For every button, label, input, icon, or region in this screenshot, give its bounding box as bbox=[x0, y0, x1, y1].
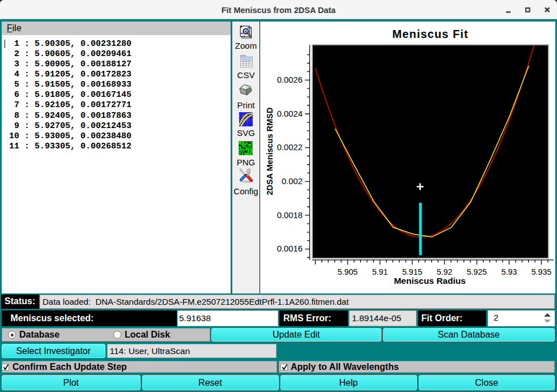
svg-text:5.935: 5.935 bbox=[532, 267, 552, 276]
svg-text:5.925: 5.925 bbox=[467, 267, 487, 276]
svg-text:5.91: 5.91 bbox=[372, 267, 388, 276]
svg-text:0.0026: 0.0026 bbox=[277, 75, 303, 84]
svg-text:0.0022: 0.0022 bbox=[277, 143, 303, 152]
svg-text:Meniscus Radius: Meniscus Radius bbox=[394, 276, 466, 286]
svg-text:0.0016: 0.0016 bbox=[277, 244, 303, 253]
svg-text:2DSA Meniscus RMSD: 2DSA Meniscus RMSD bbox=[265, 108, 274, 195]
svg-text:5.93: 5.93 bbox=[501, 267, 517, 276]
svg-text:5.92: 5.92 bbox=[437, 267, 453, 276]
svg-text:0.0018: 0.0018 bbox=[277, 211, 303, 220]
svg-text:0.0024: 0.0024 bbox=[277, 109, 303, 118]
svg-text:5.905: 5.905 bbox=[338, 267, 358, 276]
svg-text:0.002: 0.002 bbox=[282, 177, 303, 186]
svg-text:Meniscus Fit: Meniscus Fit bbox=[392, 28, 468, 40]
svg-text:5.915: 5.915 bbox=[402, 267, 423, 276]
